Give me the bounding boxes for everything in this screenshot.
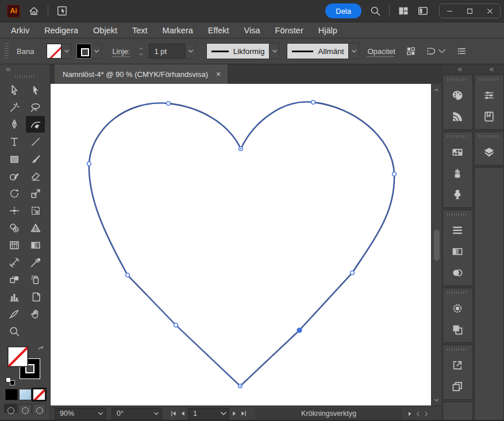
angle-right-icon[interactable] bbox=[422, 410, 430, 418]
collapse-panels-icon[interactable] bbox=[488, 66, 495, 73]
fill-color-swatch[interactable] bbox=[47, 44, 61, 59]
artboard-number-select[interactable]: 1 bbox=[188, 408, 229, 420]
anchor-point[interactable] bbox=[87, 162, 91, 166]
default-fill-stroke-icon[interactable] bbox=[6, 377, 15, 385]
tab-close-icon[interactable]: × bbox=[216, 69, 221, 79]
panel-grip[interactable] bbox=[479, 78, 499, 81]
anchor-point[interactable] bbox=[174, 323, 178, 327]
draw-inside-button[interactable] bbox=[33, 404, 46, 413]
stroke-weight-dropdown-icon[interactable] bbox=[186, 43, 196, 59]
panel-button-color-guide[interactable] bbox=[443, 106, 472, 127]
panel-button-symbols[interactable] bbox=[443, 184, 472, 205]
vertical-scrollbar[interactable] bbox=[431, 84, 441, 405]
tool-curvature[interactable] bbox=[26, 116, 45, 133]
panel-button-color[interactable] bbox=[443, 84, 472, 106]
panel-button-graphic-styles[interactable] bbox=[443, 319, 472, 340]
heart-path[interactable] bbox=[89, 102, 394, 386]
gradient-button[interactable] bbox=[19, 389, 32, 400]
panel-grip[interactable] bbox=[479, 135, 499, 138]
menu-item-redigera[interactable]: Redigera bbox=[37, 22, 86, 38]
anchor-point[interactable] bbox=[126, 273, 130, 277]
stroke-dropdown-icon[interactable] bbox=[91, 44, 102, 59]
tool-free-transform[interactable] bbox=[26, 202, 45, 219]
tool-artboard[interactable] bbox=[26, 288, 45, 305]
stepper-up-icon[interactable] bbox=[138, 46, 144, 51]
draw-behind-button[interactable] bbox=[18, 404, 32, 413]
collapse-toolbar-icon[interactable] bbox=[5, 66, 11, 73]
panel-button-brushes[interactable] bbox=[443, 163, 472, 184]
tool-shape-builder[interactable] bbox=[5, 219, 24, 236]
first-artboard-icon[interactable] bbox=[170, 410, 178, 418]
search-icon[interactable] bbox=[370, 5, 381, 17]
app-logo[interactable]: Ai bbox=[7, 5, 20, 18]
panel-button-transparency[interactable] bbox=[443, 262, 472, 283]
panel-button-layers[interactable] bbox=[475, 141, 504, 163]
tool-hand[interactable] bbox=[26, 306, 45, 322]
stroke-weight-label[interactable]: Linje: bbox=[112, 47, 130, 56]
tool-rectangle[interactable] bbox=[5, 150, 24, 167]
panel-grip[interactable] bbox=[447, 291, 468, 294]
zoom-level-select[interactable]: 90% bbox=[55, 408, 106, 420]
tool-selection[interactable] bbox=[5, 82, 24, 98]
chevron-down-icon[interactable] bbox=[151, 410, 161, 417]
tool-perspective-grid[interactable] bbox=[26, 219, 45, 236]
panel-menu-icon[interactable] bbox=[456, 46, 467, 56]
swap-fill-stroke-icon[interactable] bbox=[37, 345, 45, 354]
current-tool-status[interactable]: Krökningsverktyg bbox=[255, 408, 402, 420]
tool-line-segment[interactable] bbox=[26, 133, 45, 150]
menu-item-arkiv[interactable]: Arkiv bbox=[3, 22, 37, 38]
tool-width[interactable] bbox=[5, 202, 24, 219]
maximize-icon[interactable] bbox=[460, 3, 480, 18]
anchor-point[interactable] bbox=[351, 271, 355, 275]
panel-grip[interactable] bbox=[447, 213, 468, 216]
anchor-point[interactable] bbox=[393, 172, 397, 176]
workspace-switcher-icon[interactable] bbox=[398, 5, 409, 17]
panel-button-stroke-panel[interactable] bbox=[443, 219, 472, 241]
close-icon[interactable] bbox=[480, 3, 500, 18]
next-artboard-icon[interactable] bbox=[230, 410, 238, 418]
panel-button-swatches[interactable] bbox=[443, 141, 472, 163]
scrollbar-thumb[interactable] bbox=[434, 230, 440, 261]
stroke-weight-field[interactable]: 1 pt bbox=[149, 44, 186, 59]
none-button[interactable] bbox=[33, 389, 45, 400]
collapse-panels-icon[interactable] bbox=[456, 66, 463, 73]
angle-left-icon[interactable] bbox=[414, 410, 422, 418]
chevron-down-icon[interactable] bbox=[95, 410, 106, 417]
shaper-options-icon[interactable] bbox=[425, 46, 436, 56]
brush-dropdown-icon[interactable] bbox=[349, 43, 359, 59]
anchor-point-preview[interactable] bbox=[297, 327, 302, 333]
status-play-icon[interactable] bbox=[406, 410, 414, 418]
menu-item-objekt[interactable]: Objekt bbox=[86, 22, 125, 38]
panel-button-appearance[interactable] bbox=[443, 298, 472, 319]
tool-column-graph[interactable] bbox=[5, 288, 24, 305]
tool-eraser[interactable] bbox=[26, 168, 45, 184]
menu-item-effekt[interactable]: Effekt bbox=[201, 22, 237, 38]
stroke-weight-stepper[interactable] bbox=[138, 46, 144, 57]
chevron-down-icon[interactable] bbox=[437, 46, 447, 56]
color-button[interactable] bbox=[5, 389, 18, 400]
menu-item-fnster[interactable]: Fönster bbox=[268, 22, 311, 38]
panel-button-artboards-panel[interactable] bbox=[443, 376, 472, 397]
share-button[interactable]: Dela bbox=[325, 3, 361, 18]
anchor-point[interactable] bbox=[311, 101, 316, 105]
artwork-layer[interactable] bbox=[51, 84, 431, 405]
tool-scale[interactable] bbox=[26, 185, 45, 202]
tool-gradient[interactable] bbox=[26, 237, 45, 253]
tool-eyedropper[interactable] bbox=[26, 254, 45, 271]
panel-grip[interactable] bbox=[447, 78, 468, 81]
panel-grip[interactable] bbox=[447, 135, 468, 138]
panel-grip[interactable] bbox=[447, 348, 468, 351]
panel-grip[interactable] bbox=[5, 44, 9, 59]
minimize-icon[interactable] bbox=[440, 3, 460, 18]
panel-button-gradient-panel[interactable] bbox=[443, 241, 472, 262]
tool-measure[interactable] bbox=[5, 254, 24, 271]
menu-item-visa[interactable]: Visa bbox=[237, 22, 268, 38]
tool-blend[interactable] bbox=[5, 271, 24, 288]
panel-button-export[interactable] bbox=[443, 354, 472, 376]
chevron-down-icon[interactable] bbox=[218, 410, 229, 418]
panel-button-properties[interactable] bbox=[475, 84, 504, 106]
home-icon[interactable] bbox=[28, 5, 40, 17]
menu-item-text[interactable]: Text bbox=[125, 22, 155, 38]
rotation-select[interactable]: 0° bbox=[111, 408, 162, 420]
align-icon[interactable] bbox=[406, 46, 416, 56]
